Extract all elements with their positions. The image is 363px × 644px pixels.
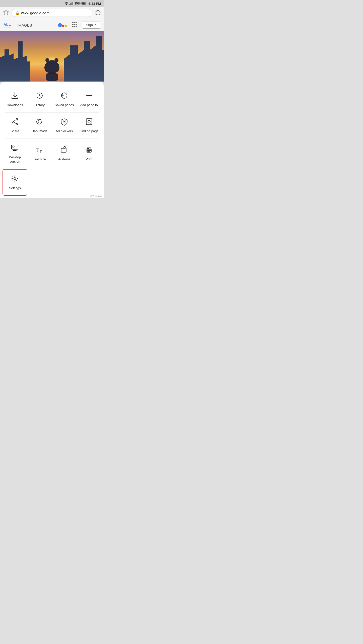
- menu-row-1: Downloads History Saved pages Add page t…: [3, 87, 101, 112]
- bookmark-button[interactable]: [3, 9, 9, 17]
- add-page-icon: [84, 91, 94, 101]
- time: 6:33 PM: [89, 2, 101, 6]
- download-icon: [10, 91, 20, 101]
- settings-menu-item[interactable]: Settings: [3, 169, 27, 196]
- svg-rect-37: [88, 148, 89, 149]
- svg-point-38: [14, 178, 16, 180]
- svg-point-17: [61, 93, 67, 98]
- browser-chrome: 🔒 www.google.com: [0, 7, 104, 19]
- find-on-page-icon: [84, 117, 94, 127]
- svg-rect-9: [76, 22, 77, 23]
- add-page-to-menu-item[interactable]: Add page to: [77, 87, 102, 112]
- svg-text:T: T: [40, 150, 42, 154]
- svg-point-20: [16, 123, 18, 125]
- doodle-image: [0, 31, 104, 82]
- url-text: www.google.com: [21, 11, 49, 15]
- svg-rect-8: [74, 22, 76, 23]
- ad-blockers-menu-item[interactable]: Ad blockers: [52, 113, 77, 138]
- svg-point-18: [16, 118, 18, 120]
- desktop-version-icon: [10, 143, 20, 153]
- downloads-label: Downloads: [7, 103, 23, 107]
- svg-rect-13: [72, 26, 74, 27]
- svg-rect-35: [88, 150, 91, 151]
- add-page-to-label: Add page to: [80, 103, 98, 107]
- apps-grid-icon[interactable]: [72, 22, 78, 29]
- ad-blockers-icon: [59, 117, 69, 127]
- find-on-page-label: Find on page: [80, 129, 99, 133]
- svg-rect-36: [88, 151, 90, 152]
- menu-row-2: Share Dark mode Ad blockers Find on page: [3, 113, 101, 138]
- dot-red: [61, 25, 64, 27]
- svg-rect-3: [72, 2, 73, 5]
- svg-rect-5: [82, 2, 85, 4]
- battery-percent: 85%: [75, 2, 81, 5]
- dark-mode-icon: [35, 117, 45, 127]
- saved-pages-menu-item[interactable]: Saved pages: [52, 87, 77, 112]
- battery-icon: [82, 2, 87, 6]
- desktop-version-label: Desktop version: [4, 155, 26, 164]
- downloads-menu-item[interactable]: Downloads: [3, 87, 27, 112]
- signal-icon: [69, 2, 74, 6]
- svg-rect-7: [72, 22, 74, 23]
- svg-rect-29: [12, 146, 14, 147]
- reload-button[interactable]: [95, 9, 101, 17]
- svg-text:T: T: [36, 147, 39, 153]
- add-ons-menu-item[interactable]: Add-ons: [52, 139, 77, 169]
- empty-cell-1: [27, 169, 52, 196]
- google-bar: ALL IMAGES Sign in: [0, 19, 104, 31]
- status-icons: 85% 6:33 PM: [64, 2, 101, 6]
- settings-label: Settings: [9, 186, 21, 190]
- ad-blockers-label: Ad blockers: [56, 129, 73, 133]
- print-menu-item[interactable]: Print: [77, 139, 102, 169]
- dark-mode-label: Dark mode: [32, 129, 48, 133]
- watermark: APPUALS: [90, 194, 102, 197]
- status-bar: 85% 6:33 PM: [0, 0, 104, 7]
- empty-cell-3: [77, 169, 102, 196]
- svg-point-19: [12, 121, 14, 122]
- add-ons-icon: [59, 145, 69, 155]
- doodle-character: [42, 60, 62, 80]
- buildings-left: [0, 41, 30, 82]
- settings-icon: [10, 174, 20, 184]
- desktop-version-menu-item[interactable]: Desktop version: [3, 139, 27, 169]
- sign-in-button[interactable]: Sign in: [82, 22, 100, 29]
- svg-rect-1: [70, 3, 71, 5]
- menu-row-3: Desktop version T T Text size Add-ons Pr…: [3, 139, 101, 169]
- history-label: History: [35, 103, 45, 107]
- saved-pages-icon: [59, 91, 69, 101]
- share-menu-item[interactable]: Share: [3, 113, 27, 138]
- tab-all[interactable]: ALL: [4, 22, 11, 28]
- add-ons-label: Add-ons: [58, 157, 70, 162]
- saved-pages-label: Saved pages: [55, 103, 74, 107]
- empty-cell-2: [52, 169, 77, 196]
- svg-rect-10: [72, 24, 74, 25]
- find-on-page-menu-item[interactable]: Find on page: [77, 113, 102, 138]
- google-assistant-icon[interactable]: [58, 23, 67, 27]
- print-icon: [84, 145, 94, 155]
- svg-rect-14: [74, 26, 76, 27]
- lock-icon: 🔒: [15, 11, 20, 15]
- share-label: Share: [11, 129, 19, 133]
- history-menu-item[interactable]: History: [27, 87, 52, 112]
- url-bar[interactable]: 🔒 www.google.com: [12, 9, 92, 17]
- svg-rect-11: [74, 24, 76, 25]
- text-size-icon: T T: [35, 145, 45, 155]
- dark-mode-menu-item[interactable]: Dark mode: [27, 113, 52, 138]
- dot-yellow: [64, 25, 67, 27]
- bottom-sheet-menu: Downloads History Saved pages Add page t…: [0, 82, 104, 198]
- svg-rect-12: [76, 24, 77, 25]
- wifi-icon: [64, 2, 68, 6]
- text-size-label: Text size: [33, 157, 46, 162]
- svg-marker-6: [4, 10, 9, 15]
- svg-rect-2: [71, 3, 72, 5]
- menu-row-4: Settings: [3, 169, 101, 196]
- svg-line-24: [90, 123, 91, 124]
- tab-images[interactable]: IMAGES: [17, 23, 32, 27]
- text-size-menu-item[interactable]: T T Text size: [27, 139, 52, 169]
- print-label: Print: [86, 157, 92, 162]
- share-icon: [10, 117, 20, 127]
- history-icon: [35, 91, 45, 101]
- buildings-right: [64, 36, 104, 82]
- svg-rect-33: [65, 148, 66, 149]
- svg-rect-15: [76, 26, 77, 27]
